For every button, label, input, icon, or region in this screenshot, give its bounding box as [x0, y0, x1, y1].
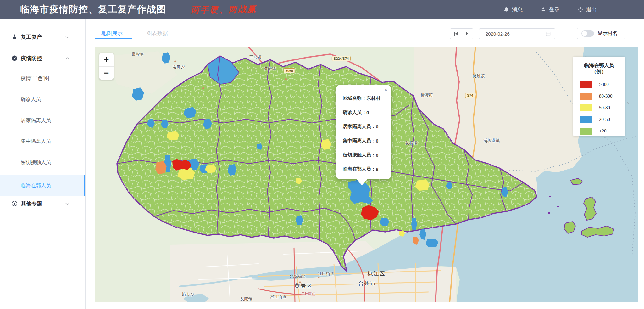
app: 临海市疫情防控、复工复产作战图 两手硬、两战赢 消息 登录 退出 复工复产	[0, 0, 644, 309]
legend-item: 50-80	[573, 102, 625, 114]
popup-separator: ：	[371, 152, 376, 158]
islet	[549, 196, 551, 197]
popup-row: 居家隔离人员：0	[343, 120, 380, 134]
legend-item: 20-50	[573, 114, 625, 125]
sidebar-item-close-contacts[interactable]: 密切接触人员	[0, 155, 85, 169]
close-icon[interactable]: ×	[384, 87, 387, 93]
login-label: 登录	[549, 6, 560, 13]
legend-item: <20	[573, 125, 625, 137]
sidebar-item-home-quarantine[interactable]: 居家隔离人员	[0, 114, 85, 127]
sidebar-item-label: 确诊人员	[21, 96, 41, 103]
previous-day-button[interactable]	[450, 29, 462, 39]
header: 临海市疫情防控、复工复产作战图 两手硬、两战赢 消息 登录 退出	[0, 0, 644, 19]
sidebar-item-confirmed[interactable]: 确诊人员	[0, 93, 85, 106]
sidebar-item-three-color-map[interactable]: 疫情“三色”图	[0, 71, 85, 85]
sidebar-item-label: 密切接触人员	[21, 159, 51, 166]
sidebar-item-linhai-in-hubei[interactable]: 临海在鄂人员	[0, 175, 85, 196]
popup-row-label: 居家隔离人员	[343, 124, 371, 130]
tab-map-display[interactable]: 地图展示	[101, 30, 123, 37]
login-button[interactable]: 登录	[541, 6, 560, 13]
sidebar-group-resume-work[interactable]: 复工复产	[0, 31, 85, 43]
toggle-label: 显示村名	[597, 30, 618, 37]
legend-unit: （例）	[573, 69, 625, 75]
popup-row-value: 东林村	[366, 95, 380, 101]
messages-label: 消息	[512, 6, 523, 13]
topics-icon	[11, 200, 18, 207]
map-viewport[interactable]: + − 雷峰乡 南屏乡 三合镇 洪畴镇 健跳镇 横渡镇 花桥镇 浦坝港镇 北城街…	[95, 47, 638, 302]
toolbar: 地图展示 图表数据 显示村名	[86, 19, 644, 47]
sidebar-item-label: 集中隔离人员	[21, 138, 51, 145]
popup-row: 临海在鄂人员：8	[343, 162, 380, 176]
messages-button[interactable]: 消息	[504, 6, 523, 13]
legend-label: 80-300	[599, 93, 613, 99]
sidebar-group-label: 复工复产	[21, 33, 42, 41]
legend-label: 50-80	[599, 105, 610, 110]
legend-item: 80-300	[573, 90, 625, 102]
active-tab-indicator	[95, 38, 132, 39]
popup-tail	[357, 179, 367, 185]
sidebar-item-label: 临海在鄂人员	[21, 183, 51, 189]
road-shield: 5060	[284, 68, 295, 73]
legend-swatch	[580, 104, 592, 111]
popup-row: 集中隔离人员：0	[343, 134, 380, 148]
tab-chart-data[interactable]: 图表数据	[147, 30, 168, 37]
popup-row-label: 区域名称	[343, 95, 362, 101]
bell-icon	[504, 7, 509, 12]
legend-swatch	[580, 128, 592, 135]
calendar-icon	[546, 31, 551, 36]
popup-row-label: 集中隔离人员	[343, 138, 371, 144]
popup-row-value: 0	[376, 138, 378, 143]
zoom-in-button[interactable]: +	[99, 53, 114, 66]
zoom-out-button[interactable]: −	[99, 66, 114, 80]
legend-swatch	[580, 93, 592, 100]
power-icon	[578, 7, 583, 12]
legend-label: ≥300	[599, 82, 609, 87]
popup-separator: ：	[371, 166, 376, 172]
popup-row-value: 0	[366, 110, 369, 115]
popup-row-label: 确诊人员	[343, 110, 362, 115]
popup-separator: ：	[371, 138, 376, 144]
road-shield: S74	[465, 93, 475, 98]
sidebar-item-label: 居家隔离人员	[21, 117, 51, 124]
next-day-button[interactable]	[462, 29, 473, 39]
date-input[interactable]	[486, 31, 539, 37]
user-icon	[541, 7, 546, 12]
popup-row: 密切接触人员：0	[343, 148, 380, 162]
epidemic-icon	[11, 55, 18, 61]
sidebar-group-other-topics[interactable]: 其他专题	[0, 197, 85, 210]
legend-title: 临海在鄂人员	[573, 62, 625, 69]
sidebar: 复工复产 疫情防控 疫情“三色”图 确诊人员 居家隔离人员 集中隔离人员 密切接…	[0, 19, 86, 309]
popup-row: 确诊人员：0	[343, 105, 380, 120]
sidebar-group-epidemic[interactable]: 疫情防控	[0, 52, 85, 65]
legend-item: ≥300	[573, 79, 625, 90]
popup-separator: ：	[362, 110, 366, 115]
sidebar-group-label: 其他专题	[21, 200, 42, 207]
village-info-popup: × 区域名称：东林村 确诊人员：0 居家隔离人员：0 集中隔离人员：0 密切接触…	[336, 85, 391, 179]
show-village-names-toggle[interactable]: 显示村名	[577, 28, 625, 39]
legend-swatch	[580, 81, 592, 88]
islet	[557, 206, 559, 207]
worker-icon	[11, 34, 18, 40]
islet	[548, 212, 550, 214]
sidebar-item-central-quarantine[interactable]: 集中隔离人员	[0, 134, 85, 148]
logout-label: 退出	[586, 6, 597, 13]
toggle-switch-off[interactable]	[581, 30, 594, 37]
popup-separator: ：	[362, 95, 366, 101]
date-stepper	[450, 28, 473, 39]
legend-label: <20	[599, 128, 606, 134]
logout-button[interactable]: 退出	[578, 6, 597, 13]
popup-row-value: 0	[376, 152, 378, 158]
sidebar-group-label: 疫情防控	[21, 55, 42, 62]
sidebar-item-label: 疫情“三色”图	[21, 75, 49, 82]
map-legend: 临海在鄂人员 （例） ≥300 80-300 50-80 20-50 <20	[573, 57, 625, 136]
map-zoom-control: + −	[99, 53, 114, 80]
popup-row: 区域名称：东林村	[343, 91, 380, 105]
popup-row-value: 0	[376, 124, 378, 129]
popup-row-label: 临海在鄂人员	[343, 166, 371, 172]
chevron-down-icon	[65, 201, 69, 206]
popup-separator: ：	[371, 124, 376, 130]
legend-label: 20-50	[599, 117, 610, 122]
popup-row-value: 8	[376, 166, 378, 172]
legend-swatch	[580, 116, 592, 123]
road-shield: S224/S74	[332, 56, 351, 61]
